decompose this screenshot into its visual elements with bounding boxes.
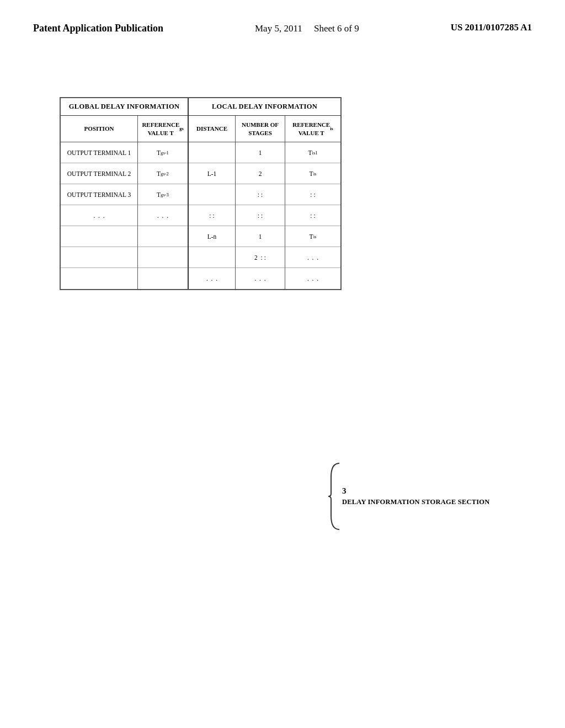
global-pos-cell-extra1 [61,226,137,247]
local-distance-header: DISTANCE [189,116,235,142]
local-numstages-header: NUMBER OFSTAGES [236,116,285,142]
global-refval-cell-2: Tgs-2 [138,163,188,184]
local-stages-cell-2: 2 [236,163,285,184]
global-position-col: POSITION OUTPUT TERMINAL 1 OUTPUT TERMIN… [61,116,138,289]
global-cols-row: POSITION OUTPUT TERMINAL 1 OUTPUT TERMIN… [61,116,188,289]
global-pos-cell-extra3 [61,268,137,289]
local-dist-cell-3 [189,184,235,205]
local-stages-cell-3: : : [236,184,285,205]
local-refval-cell-3: : : [285,184,340,205]
local-refval-col: REFERENCEVALUE Tis Tis1 Tis : : : : Tis … [285,116,340,289]
local-dist-cell-2: L-1 [189,163,235,184]
global-pos-cell-2: OUTPUT TERMINAL 2 [61,163,137,184]
local-cols-row: DISTANCE L-1 : : L-n . . . NUMBER OFSTAG… [189,116,340,289]
local-refval-cell-7: . . . [285,268,340,289]
storage-section-label: 3 DELAY INFORMATION STORAGE SECTION [326,461,489,532]
local-distance-col: DISTANCE L-1 : : L-n . . . [189,116,236,289]
local-dist-cell-7: . . . [189,268,235,289]
header-date-sheet: May 5, 2011 Sheet 6 of 9 [255,22,359,35]
global-refval-col: REFERENCEVALUE Tgs Tgs-1 Tgs-2 Tgs-3 . .… [138,116,188,289]
global-position-header: POSITION [61,116,137,142]
local-refval-cell-2: Tis [285,163,340,184]
local-refval-cell-1: Tis1 [285,142,340,163]
storage-number: 3 [342,486,489,496]
global-pos-cell-1: OUTPUT TERMINAL 1 [61,142,137,163]
local-stages-cell-7: . . . [236,268,285,289]
local-dist-cell-5: L-n [189,226,235,247]
global-refval-header: REFERENCEVALUE Tgs [138,116,188,142]
tables-outer-box: GLOBAL DELAY INFORMATION POSITION OUTPUT… [60,97,342,290]
global-refval-cell-1: Tgs-1 [138,142,188,163]
publication-title: Patent Application Publication [33,22,163,35]
brace-icon [326,461,342,532]
storage-text: DELAY INFORMATION STORAGE SECTION [342,498,489,506]
global-refval-cell-extra3 [138,268,188,289]
page: Patent Application Publication May 5, 20… [0,0,565,728]
global-refval-cell-dots: . . . [138,205,188,226]
local-dist-cell-1 [189,142,235,163]
global-pos-cell-extra2 [61,247,137,268]
local-refval-cell-4: : : [285,205,340,226]
local-stages-cell-6: 2 : : [236,247,285,268]
local-refval-header: REFERENCEVALUE Tis [285,116,340,142]
local-dist-cell-6 [189,247,235,268]
local-numstages-col: NUMBER OFSTAGES 1 2 : : : : 1 2 : : . . … [236,116,285,289]
header: Patent Application Publication May 5, 20… [0,0,565,35]
patent-number: US 2011/0107285 A1 [451,22,532,33]
local-section-header: LOCAL DELAY INFORMATION [189,98,340,116]
local-dist-cell-4: : : [189,205,235,226]
local-refval-cell-5: Tis [285,226,340,247]
local-refval-cell-6: . . . [285,247,340,268]
local-stages-cell-1: 1 [236,142,285,163]
global-pos-cell-3: OUTPUT TERMINAL 3 [61,184,137,205]
tables-inner: GLOBAL DELAY INFORMATION POSITION OUTPUT… [61,98,340,289]
header-date: May 5, 2011 [255,23,302,34]
global-refval-cell-extra2 [138,247,188,268]
global-section-header: GLOBAL DELAY INFORMATION [61,98,188,116]
global-pos-cell-dots: . . . [61,205,137,226]
global-refval-cell-extra1 [138,226,188,247]
global-refval-cell-3: Tgs-3 [138,184,188,205]
local-stages-cell-5: 1 [236,226,285,247]
local-delay-section: LOCAL DELAY INFORMATION DISTANCE L-1 : :… [189,98,340,289]
local-stages-cell-4: : : [236,205,285,226]
header-sheet: Sheet 6 of 9 [314,23,359,34]
global-delay-section: GLOBAL DELAY INFORMATION POSITION OUTPUT… [61,98,189,289]
